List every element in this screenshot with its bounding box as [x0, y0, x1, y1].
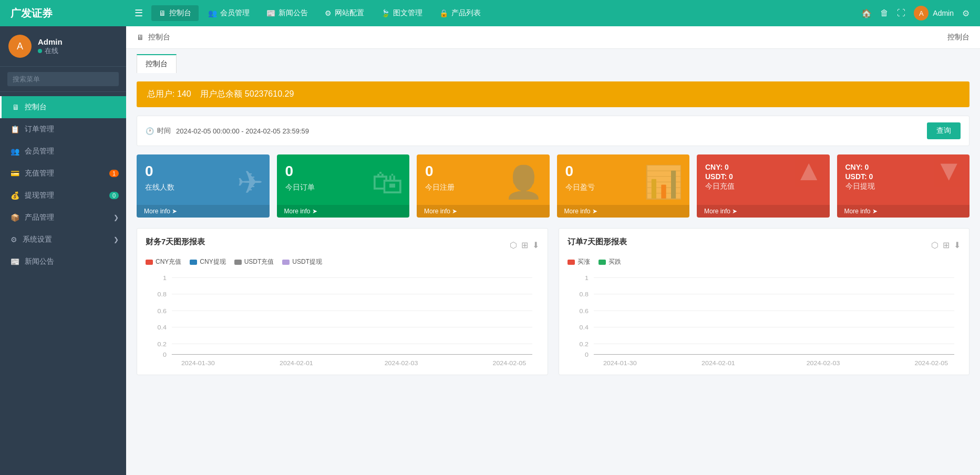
status-dot	[38, 49, 42, 53]
chart-icon2[interactable]: ⊞	[521, 240, 528, 250]
nav-icon: 📰	[266, 9, 275, 17]
orders-svg: 0 0.2 0.4 0.6 0.8 1 2024-01-30 2024-02-0…	[568, 272, 961, 366]
avatar: A	[8, 35, 32, 58]
expand-icon[interactable]: ⛶	[897, 8, 905, 18]
top-navbar: 广发证券 ☰ 🖥控制台👥会员管理📰新闻公告⚙网站配置🍃图文管理🔒产品列表 🏠 🗑…	[0, 0, 980, 26]
legend-item: CNY提现	[190, 257, 225, 266]
nav-item-member[interactable]: 👥会员管理	[201, 5, 257, 21]
legend-dot	[599, 260, 606, 265]
svg-text:1: 1	[163, 274, 167, 281]
svg-text:2024-02-03: 2024-02-03	[806, 359, 840, 366]
sidebar-item-news2[interactable]: 📰新闻公告	[0, 251, 126, 273]
stat-card-today-withdraw: CNY: 0 USDT: 0 今日提现 ▼ More info ➤	[837, 154, 970, 218]
admin-label: Admin	[933, 9, 954, 17]
menu-icon: 📦	[11, 213, 19, 222]
legend-label: CNY提现	[200, 257, 225, 266]
menu-icon: ⚙	[11, 235, 17, 244]
svg-text:2024-01-30: 2024-01-30	[603, 359, 636, 366]
svg-text:0.2: 0.2	[579, 340, 588, 347]
nav-label: 网站配置	[335, 8, 364, 18]
svg-text:2024-01-30: 2024-01-30	[181, 359, 215, 366]
total-users-value: 140	[177, 89, 191, 98]
card-bg-icon: ▼	[935, 154, 963, 187]
nav-label: 控制台	[169, 8, 191, 18]
user-info: Admin 在线	[38, 37, 63, 56]
nav-items: 🖥控制台👥会员管理📰新闻公告⚙网站配置🍃图文管理🔒产品列表	[151, 5, 861, 21]
nav-item-media[interactable]: 🍃图文管理	[374, 5, 430, 21]
svg-text:0.8: 0.8	[158, 291, 167, 298]
hamburger-button[interactable]: ☰	[126, 7, 151, 19]
finance-chart-title: 财务7天图形报表	[146, 237, 205, 247]
sidebar-item-withdraw[interactable]: 💰提现管理0	[0, 184, 126, 206]
balance-value: 50237610.29	[245, 89, 294, 98]
settings-icon[interactable]: ⚙	[962, 8, 969, 18]
arrow-icon: ❯	[114, 236, 119, 243]
date-range: 2024-02-05 00:00:00 - 2024-02-05 23:59:5…	[176, 127, 922, 135]
more-info-btn[interactable]: More info ➤	[417, 205, 550, 218]
home-icon[interactable]: 🏠	[861, 8, 872, 18]
trash-icon[interactable]: 🗑	[880, 8, 889, 18]
orders-chart-download[interactable]: ⬇	[954, 240, 961, 250]
svg-text:0.6: 0.6	[158, 307, 167, 314]
orders-legend: 买涨买跌	[568, 257, 961, 266]
sidebar-item-product[interactable]: 📦产品管理❯	[0, 206, 126, 229]
more-info-btn[interactable]: More info ➤	[837, 205, 970, 218]
sidebar-item-system[interactable]: ⚙系统设置❯	[0, 229, 126, 251]
finance-chart-area: 0 0.2 0.4 0.6 0.8 1 2024-01-30 2024-02-0…	[146, 272, 539, 366]
menu-label: 控制台	[25, 102, 47, 112]
chart-download[interactable]: ⬇	[532, 240, 539, 250]
legend-dot	[146, 260, 153, 265]
nav-item-dashboard[interactable]: 🖥控制台	[151, 5, 199, 21]
search-input[interactable]	[7, 72, 119, 86]
card-bg-icon: ✈	[237, 164, 263, 201]
nav-item-news[interactable]: 📰新闻公告	[259, 5, 315, 21]
nav-item-products[interactable]: 🔒产品列表	[432, 5, 488, 21]
svg-text:2024-02-05: 2024-02-05	[914, 359, 948, 366]
more-info-btn[interactable]: More info ➤	[277, 205, 410, 218]
admin-info[interactable]: A Admin	[914, 6, 954, 20]
card-bg-icon: 📊	[644, 163, 683, 201]
sidebar-menu: 🖥控制台📋订单管理👥会员管理💳充值管理1💰提现管理0📦产品管理❯⚙系统设置❯📰新…	[0, 92, 126, 475]
time-label: 🕐 时间	[146, 126, 171, 136]
chart-icon4[interactable]: ⊞	[943, 240, 950, 250]
more-info-btn[interactable]: More info ➤	[697, 205, 830, 218]
filter-row: 🕐 时间 2024-02-05 00:00:00 - 2024-02-05 23…	[137, 116, 969, 146]
sidebar-item-orders[interactable]: 📋订单管理	[0, 118, 126, 140]
nav-label: 图文管理	[393, 8, 422, 18]
legend-item: CNY充值	[146, 257, 181, 266]
card-bg-icon: 🛍	[372, 164, 403, 201]
nav-icon: 👥	[208, 9, 217, 17]
tab-dashboard[interactable]: 控制台	[137, 54, 177, 73]
legend-label: 买涨	[577, 257, 590, 266]
legend-item: 买涨	[568, 257, 590, 266]
more-info-btn[interactable]: More info ➤	[557, 205, 690, 218]
menu-label: 充值管理	[25, 169, 54, 178]
nav-item-site[interactable]: ⚙网站配置	[317, 5, 372, 21]
svg-text:0.8: 0.8	[579, 291, 589, 298]
sidebar-item-dashboard[interactable]: 🖥控制台	[0, 96, 126, 118]
menu-label: 订单管理	[25, 125, 54, 134]
nav-label: 新闻公告	[278, 8, 308, 18]
breadcrumb-bar: 🖥 控制台 控制台	[126, 26, 980, 49]
svg-text:0.6: 0.6	[579, 307, 589, 314]
sidebar-item-members[interactable]: 👥会员管理	[0, 140, 126, 162]
orders-chart-header: 订单7天图形报表 ⬡ ⊞ ⬇	[568, 237, 961, 253]
badge: 0	[109, 192, 119, 199]
chart-icon1[interactable]: ⬡	[510, 240, 517, 250]
menu-label: 提现管理	[25, 191, 54, 200]
breadcrumb-path: 控制台	[148, 33, 170, 42]
menu-icon: 📋	[11, 125, 19, 133]
main-content: 🖥 控制台 控制台 控制台 总用户: 140 用户总余额 50237610.29…	[126, 26, 980, 475]
legend-label: USDT提现	[292, 257, 322, 266]
menu-icon: 👥	[11, 147, 19, 156]
chart-icon3[interactable]: ⬡	[931, 240, 938, 250]
legend-label: 买跌	[608, 257, 621, 266]
svg-text:2024-02-01: 2024-02-01	[702, 359, 735, 366]
svg-text:2024-02-05: 2024-02-05	[493, 359, 527, 366]
avatar: A	[914, 6, 929, 20]
more-info-btn[interactable]: More info ➤	[137, 205, 270, 218]
sidebar-item-recharge[interactable]: 💳充值管理1	[0, 162, 126, 184]
stat-card-today-profit: 0 今日盈亏 📊 More info ➤	[557, 154, 690, 218]
query-button[interactable]: 查询	[927, 122, 961, 139]
breadcrumb-icon: 🖥	[137, 33, 144, 42]
